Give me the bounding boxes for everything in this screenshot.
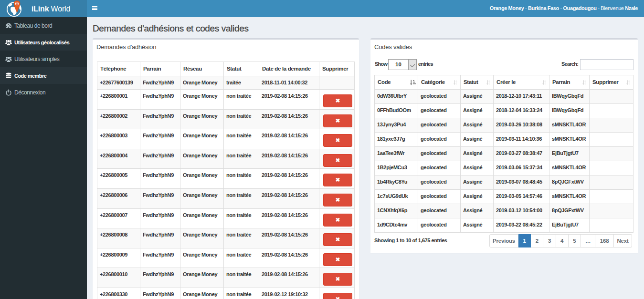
svg-text:S: S (16, 2, 18, 5)
